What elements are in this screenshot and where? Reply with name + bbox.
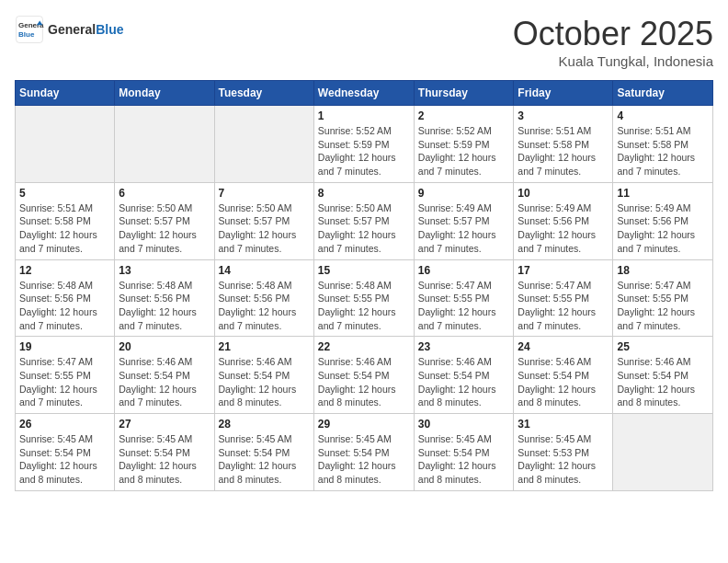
table-row: 5Sunrise: 5:51 AM Sunset: 5:58 PM Daylig… [16,182,115,259]
day-number: 30 [418,418,510,431]
day-number: 14 [219,264,310,277]
day-info: Sunrise: 5:45 AM Sunset: 5:54 PM Dayligh… [119,432,210,487]
calendar-week-row: 1Sunrise: 5:52 AM Sunset: 5:59 PM Daylig… [16,106,713,183]
day-number: 12 [19,264,110,277]
day-info: Sunrise: 5:46 AM Sunset: 5:54 PM Dayligh… [219,355,310,409]
location-subtitle: Kuala Tungkal, Indonesia [513,53,713,69]
day-info: Sunrise: 5:49 AM Sunset: 5:57 PM Dayligh… [418,201,510,256]
day-info: Sunrise: 5:52 AM Sunset: 5:59 PM Dayligh… [418,124,510,178]
day-info: Sunrise: 5:45 AM Sunset: 5:53 PM Dayligh… [518,432,609,487]
day-number: 23 [418,340,510,353]
day-number: 31 [518,418,609,431]
logo-icon: General Blue [15,15,44,44]
day-number: 10 [518,187,609,200]
day-info: Sunrise: 5:47 AM Sunset: 5:55 PM Dayligh… [617,279,709,333]
day-number: 13 [119,264,210,277]
table-row: 17Sunrise: 5:47 AM Sunset: 5:55 PM Dayli… [514,259,613,337]
header-wednesday: Wednesday [313,81,414,106]
logo-text: GeneralBlue [48,22,123,37]
header-sunday: Sunday [16,81,115,106]
day-number: 2 [418,109,510,122]
day-number: 24 [518,340,609,353]
day-number: 20 [119,340,210,353]
header-friday: Friday [514,81,613,106]
table-row: 13Sunrise: 5:48 AM Sunset: 5:56 PM Dayli… [115,259,214,337]
day-number: 1 [318,109,410,122]
header-tuesday: Tuesday [214,81,313,106]
day-info: Sunrise: 5:46 AM Sunset: 5:54 PM Dayligh… [617,355,709,409]
day-info: Sunrise: 5:51 AM Sunset: 5:58 PM Dayligh… [617,124,709,178]
table-row: 10Sunrise: 5:49 AM Sunset: 5:56 PM Dayli… [514,182,613,259]
table-row: 25Sunrise: 5:46 AM Sunset: 5:54 PM Dayli… [613,337,713,414]
table-row: 20Sunrise: 5:46 AM Sunset: 5:54 PM Dayli… [115,337,214,414]
table-row: 21Sunrise: 5:46 AM Sunset: 5:54 PM Dayli… [214,337,313,414]
day-number: 21 [219,340,310,353]
day-number: 5 [19,187,110,200]
table-row: 11Sunrise: 5:49 AM Sunset: 5:56 PM Dayli… [613,182,713,259]
day-number: 18 [617,264,709,277]
day-number: 7 [219,187,310,200]
day-info: Sunrise: 5:46 AM Sunset: 5:54 PM Dayligh… [418,355,510,409]
day-info: Sunrise: 5:47 AM Sunset: 5:55 PM Dayligh… [518,279,609,333]
day-info: Sunrise: 5:46 AM Sunset: 5:54 PM Dayligh… [318,355,410,409]
day-info: Sunrise: 5:46 AM Sunset: 5:54 PM Dayligh… [119,355,210,409]
table-row: 4Sunrise: 5:51 AM Sunset: 5:58 PM Daylig… [613,106,713,183]
table-row: 8Sunrise: 5:50 AM Sunset: 5:57 PM Daylig… [313,182,414,259]
day-number: 3 [518,109,609,122]
header-monday: Monday [115,81,214,106]
day-number: 19 [19,340,110,353]
table-row: 27Sunrise: 5:45 AM Sunset: 5:54 PM Dayli… [115,414,214,491]
day-number: 11 [617,187,709,200]
calendar-week-row: 19Sunrise: 5:47 AM Sunset: 5:55 PM Dayli… [16,337,713,414]
day-number: 16 [418,264,510,277]
day-number: 17 [518,264,609,277]
day-info: Sunrise: 5:47 AM Sunset: 5:55 PM Dayligh… [418,279,510,333]
day-info: Sunrise: 5:50 AM Sunset: 5:57 PM Dayligh… [219,201,310,256]
table-row: 16Sunrise: 5:47 AM Sunset: 5:55 PM Dayli… [414,259,514,337]
table-row: 14Sunrise: 5:48 AM Sunset: 5:56 PM Dayli… [214,259,313,337]
table-row [115,106,214,183]
day-number: 8 [318,187,410,200]
header-thursday: Thursday [414,81,514,106]
month-title: October 2025 [513,15,713,53]
day-info: Sunrise: 5:48 AM Sunset: 5:56 PM Dayligh… [219,279,310,333]
day-info: Sunrise: 5:45 AM Sunset: 5:54 PM Dayligh… [418,432,510,487]
header-saturday: Saturday [613,81,713,106]
table-row: 26Sunrise: 5:45 AM Sunset: 5:54 PM Dayli… [16,414,115,491]
table-row: 22Sunrise: 5:46 AM Sunset: 5:54 PM Dayli… [313,337,414,414]
table-row: 29Sunrise: 5:45 AM Sunset: 5:54 PM Dayli… [313,414,414,491]
day-number: 26 [19,418,110,431]
calendar-week-row: 5Sunrise: 5:51 AM Sunset: 5:58 PM Daylig… [16,182,713,259]
day-info: Sunrise: 5:48 AM Sunset: 5:56 PM Dayligh… [119,279,210,333]
table-row: 24Sunrise: 5:46 AM Sunset: 5:54 PM Dayli… [514,337,613,414]
table-row: 7Sunrise: 5:50 AM Sunset: 5:57 PM Daylig… [214,182,313,259]
day-info: Sunrise: 5:45 AM Sunset: 5:54 PM Dayligh… [318,432,410,487]
table-row: 2Sunrise: 5:52 AM Sunset: 5:59 PM Daylig… [414,106,514,183]
table-row [16,106,115,183]
table-row: 31Sunrise: 5:45 AM Sunset: 5:53 PM Dayli… [514,414,613,491]
table-row: 6Sunrise: 5:50 AM Sunset: 5:57 PM Daylig… [115,182,214,259]
day-number: 9 [418,187,510,200]
day-info: Sunrise: 5:45 AM Sunset: 5:54 PM Dayligh… [19,432,110,487]
logo: General Blue GeneralBlue [15,15,123,44]
table-row: 18Sunrise: 5:47 AM Sunset: 5:55 PM Dayli… [613,259,713,337]
table-row: 12Sunrise: 5:48 AM Sunset: 5:56 PM Dayli… [16,259,115,337]
calendar-table: Sunday Monday Tuesday Wednesday Thursday… [15,80,713,491]
day-info: Sunrise: 5:52 AM Sunset: 5:59 PM Dayligh… [318,124,410,178]
day-info: Sunrise: 5:49 AM Sunset: 5:56 PM Dayligh… [518,201,609,256]
day-info: Sunrise: 5:50 AM Sunset: 5:57 PM Dayligh… [318,201,410,256]
svg-text:Blue: Blue [18,30,35,39]
day-number: 6 [119,187,210,200]
calendar-header-row: Sunday Monday Tuesday Wednesday Thursday… [16,81,713,106]
table-row: 19Sunrise: 5:47 AM Sunset: 5:55 PM Dayli… [16,337,115,414]
day-info: Sunrise: 5:47 AM Sunset: 5:55 PM Dayligh… [19,355,110,409]
day-info: Sunrise: 5:46 AM Sunset: 5:54 PM Dayligh… [518,355,609,409]
day-number: 22 [318,340,410,353]
day-info: Sunrise: 5:45 AM Sunset: 5:54 PM Dayligh… [219,432,310,487]
table-row [613,414,713,491]
calendar-week-row: 12Sunrise: 5:48 AM Sunset: 5:56 PM Dayli… [16,259,713,337]
day-number: 15 [318,264,410,277]
day-number: 4 [617,109,709,122]
table-row: 23Sunrise: 5:46 AM Sunset: 5:54 PM Dayli… [414,337,514,414]
day-info: Sunrise: 5:48 AM Sunset: 5:55 PM Dayligh… [318,279,410,333]
